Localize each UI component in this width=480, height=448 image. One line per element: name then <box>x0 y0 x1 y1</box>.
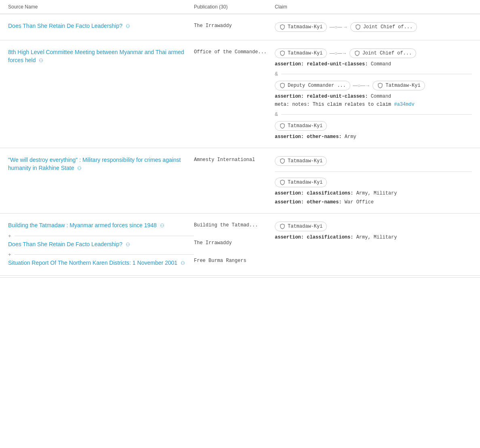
entity-label: Tatmadaw-Kyi <box>288 50 322 56</box>
table-header: Source Name Publication (30) Claim <box>0 0 480 14</box>
relation-row: Deputy Commander ... —○—→ Tatmadaw-Kyi <box>275 81 472 90</box>
relation-row: Tatmadaw-Kyi <box>275 222 472 231</box>
assertion-value: Army <box>345 134 356 140</box>
entity-label: Tatmadaw-Kyi <box>288 24 322 30</box>
arrow-connector: —○—→ <box>329 50 347 56</box>
entity-label: Tatmadaw-Kyi <box>288 158 322 164</box>
publication-2: The Irrawaddy <box>194 239 275 246</box>
assertion-key: assertion: classifications: <box>275 191 353 196</box>
assertion-value: Command <box>371 61 391 67</box>
entity-pill[interactable]: Tatmadaw-Kyi <box>275 222 327 231</box>
assertion-key: assertion: related-unit-classes: <box>275 94 368 99</box>
ampersand-divider: & <box>275 111 472 117</box>
entity-label: Tatmadaw-Kyi <box>288 224 322 229</box>
assertion-value: Army, Military <box>356 234 397 240</box>
assertion-text: assertion: classifications: Army, Milita… <box>275 191 472 196</box>
entity-label: Tatmadaw-Kyi <box>288 123 322 129</box>
meta-key: meta: notes: <box>275 102 309 107</box>
publication-col-multi: Building the Tatmad... The Irrawaddy Fre… <box>194 222 275 264</box>
claim-col: Tatmadaw-Kyi Tatmadaw-Kyi assertion: cla… <box>275 156 472 205</box>
publication-1: Building the Tatmad... <box>194 222 275 228</box>
divider-line <box>281 74 472 74</box>
assertion-text: assertion: other-names: War Office <box>275 199 472 205</box>
shield-icon <box>279 24 286 30</box>
assertion-key: assertion: classifications: <box>275 234 353 240</box>
relation-row: Tatmadaw-Kyi <box>275 178 472 187</box>
plus-separator: + <box>8 251 194 257</box>
plus-separator: + <box>8 233 194 239</box>
entity-pill[interactable]: Tatmadaw-Kyi <box>275 22 327 32</box>
entity-pill[interactable]: Joint Chief of... <box>349 48 416 58</box>
source-external-link[interactable]: ⚇ <box>181 260 185 266</box>
entity-pill[interactable]: Deputy Commander ... <box>275 81 350 90</box>
relation-row: Tatmadaw-Kyi <box>275 156 472 166</box>
shield-icon <box>279 158 286 164</box>
arrow-connector: —○—→ <box>353 83 370 88</box>
assertion-key: assertion: other-names: <box>275 199 342 205</box>
plus-symbol: + <box>8 233 11 239</box>
source-external-link[interactable]: ⚇ <box>126 242 130 247</box>
arrow-line: —○— <box>329 24 342 30</box>
table-row: Building the Tatmadaw : Myanmar armed fo… <box>0 214 480 276</box>
col-publication-header: Publication (30) <box>194 4 275 10</box>
relation-row: Tatmadaw-Kyi —○—→ Joint Chief of... <box>275 48 472 58</box>
source-link-1[interactable]: Does Than She Retain De Facto Leadership… <box>8 23 130 29</box>
entity-label: Tatmadaw-Kyi <box>385 83 420 88</box>
entity-pill[interactable]: Tatmadaw-Kyi <box>275 156 327 166</box>
ampersand-divider: & <box>275 71 472 77</box>
table-row: "We will destroy everything" : Military … <box>0 148 480 214</box>
source-external-link[interactable]: ⚇ <box>39 58 43 63</box>
assertion-value: Command <box>371 94 391 99</box>
shield-icon <box>279 50 286 57</box>
relation-row: Tatmadaw-Kyi —○— → Joint Chief of... <box>275 22 472 32</box>
assertion-text: assertion: related-unit-classes: Command <box>275 61 472 67</box>
divider-line <box>281 114 472 115</box>
source-external-link[interactable]: ⚇ <box>126 23 130 29</box>
entity-pill[interactable]: Tatmadaw-Kyi <box>373 81 425 90</box>
entity-pill[interactable]: Tatmadaw-Kyi <box>275 121 327 131</box>
assertion-key: assertion: related-unit-classes: <box>275 61 368 67</box>
publication-col: Office of the Commande... <box>194 48 275 55</box>
shield-icon <box>279 223 286 230</box>
assertion-value: Army, Military <box>356 191 397 196</box>
source-external-link[interactable]: ⚇ <box>77 165 82 171</box>
table-row: Does Than She Retain De Facto Leadership… <box>0 14 480 40</box>
entity-pill[interactable]: Tatmadaw-Kyi <box>275 178 327 187</box>
relation-row: Tatmadaw-Kyi <box>275 121 472 131</box>
shield-icon <box>279 82 286 89</box>
claim-divider <box>275 172 472 172</box>
ampersand-symbol: & <box>275 71 278 77</box>
source-name-col: "We will destroy everything" : Military … <box>8 156 194 172</box>
publication-3: Free Burma Rangers <box>194 257 275 264</box>
col-claim-header: Claim <box>275 4 472 10</box>
table-row: 8th High Level Committee Meeting between… <box>0 40 480 148</box>
entity-pill[interactable]: Joint Chief of... <box>350 22 417 32</box>
plus-symbol: + <box>8 251 11 257</box>
shield-icon <box>279 123 286 129</box>
entity-label: Deputy Commander ... <box>288 83 346 88</box>
source-name-col: Building the Tatmadaw : Myanmar armed fo… <box>8 222 194 267</box>
meta-text: meta: notes: This claim relates to claim… <box>275 102 472 107</box>
source-link-4c[interactable]: Situation Report Of The Northern Karen D… <box>8 260 185 266</box>
meta-link[interactable]: #a34mdv <box>394 102 414 107</box>
main-table: Source Name Publication (30) Claim Does … <box>0 0 480 278</box>
assertion-text: assertion: related-unit-classes: Command <box>275 94 472 99</box>
source-link-4a[interactable]: Building the Tatmadaw : Myanmar armed fo… <box>8 222 164 228</box>
claim-col: Tatmadaw-Kyi assertion: classifications:… <box>275 222 472 240</box>
source-name-col: 8th High Level Committee Meeting between… <box>8 48 194 64</box>
assertion-text: assertion: classifications: Army, Milita… <box>275 234 472 240</box>
shield-icon <box>279 179 286 186</box>
shield-icon <box>355 24 361 30</box>
source-external-link[interactable]: ⚇ <box>160 223 164 228</box>
arrow-head: → <box>343 24 348 30</box>
claim-col: Tatmadaw-Kyi —○—→ Joint Chief of... asse… <box>275 48 472 140</box>
arrow-connector: —○— → <box>329 24 347 30</box>
entity-pill[interactable]: Tatmadaw-Kyi <box>275 48 327 58</box>
assertion-value: War Office <box>345 199 374 205</box>
claim-col: Tatmadaw-Kyi —○— → Joint Chief of... <box>275 22 472 32</box>
source-link-3[interactable]: "We will destroy everything" : Military … <box>8 157 181 171</box>
table-bottom-border <box>0 277 480 278</box>
source-link-2[interactable]: 8th High Level Committee Meeting between… <box>8 49 184 63</box>
meta-value: This claim relates to claim <box>313 102 394 107</box>
source-link-4b[interactable]: Does Than She Retain De Facto Leadership… <box>8 241 130 247</box>
